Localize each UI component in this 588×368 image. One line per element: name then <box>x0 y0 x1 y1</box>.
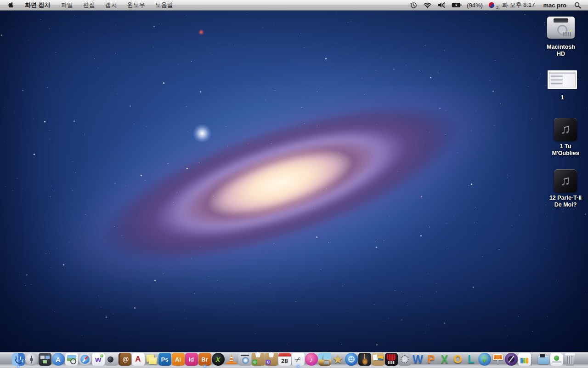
adobe-reader-dock-icon[interactable]: A <box>131 347 145 366</box>
facetime-dock-icon[interactable] <box>105 347 118 366</box>
time-machine-icon[interactable] <box>409 2 418 9</box>
desktop-icon-song-1[interactable]: ♫ 1 Tu M'Oublies <box>550 118 581 157</box>
menu-item-help[interactable]: 도움말 <box>150 0 178 10</box>
itunes-icon: ♪ <box>305 353 318 366</box>
keynote-dock-icon[interactable] <box>491 347 504 366</box>
address-book-dock-icon[interactable]: @ <box>118 347 131 366</box>
menu-bar-username[interactable]: mac pro <box>540 2 569 9</box>
volume-icon[interactable] <box>436 2 447 8</box>
adobe-reader-glyph: A <box>135 355 141 364</box>
numbers-dock-icon[interactable] <box>518 347 531 366</box>
vlc-dock-icon[interactable] <box>225 347 238 366</box>
xee-dock-icon[interactable]: X <box>211 347 225 366</box>
word-web-glyph: w <box>95 355 101 364</box>
apple-menu[interactable] <box>5 1 19 9</box>
finder-dock-icon[interactable] <box>11 347 25 366</box>
downloader-glyph: ▼ <box>481 357 487 364</box>
wifi-icon[interactable] <box>422 2 433 8</box>
safari-icon <box>79 353 91 366</box>
desktop-icon-song-12[interactable]: ♫ 12 Parle-T-Il De Moi? <box>546 169 585 208</box>
unarchiver-green-dock-icon[interactable]: C <box>251 347 265 366</box>
finder-icon <box>12 353 25 366</box>
bridge-dock-icon[interactable]: Br <box>198 347 211 366</box>
movie-player-dock-icon[interactable] <box>345 347 358 366</box>
bridge-icon: Br <box>198 353 211 366</box>
address-book-glyph: @ <box>123 356 129 363</box>
photoshop-dock-icon[interactable]: Ps <box>158 347 171 366</box>
powerpoint-dock-icon[interactable]: P <box>424 347 438 366</box>
illustrator-dock-icon[interactable]: Ai <box>171 347 185 366</box>
photo-board-dock-icon[interactable] <box>371 347 384 366</box>
lync-icon: L <box>465 353 478 366</box>
menu-item-window[interactable]: 윈도우 <box>122 0 150 10</box>
vignette-overlay <box>0 0 588 368</box>
unarchiver-purple-icon: C <box>265 353 278 366</box>
stickies-dock-icon[interactable] <box>145 347 158 366</box>
outlook-glyph: O <box>453 353 462 365</box>
pages-dock-icon[interactable] <box>504 347 518 366</box>
desktop-icon-screenshot-1[interactable]: 1 <box>548 70 577 101</box>
adobe-reader-icon: A <box>132 353 145 366</box>
lync-dock-icon[interactable]: L <box>464 347 478 366</box>
movie-player-icon <box>345 353 358 366</box>
desktop-wallpaper <box>0 0 588 368</box>
battery-icon[interactable] <box>450 2 463 8</box>
menu-item-capture[interactable]: 캡처 <box>100 0 122 10</box>
iphoto-icon <box>318 353 331 366</box>
running-indicator <box>17 365 19 368</box>
safari-dock-icon[interactable] <box>78 347 91 366</box>
itunes-dock-icon[interactable]: ♪ <box>305 347 318 366</box>
numbers-icon <box>518 353 531 366</box>
preview-dock-icon[interactable] <box>65 347 78 366</box>
xee-icon: X <box>212 353 225 366</box>
toast-dock-icon[interactable] <box>238 347 251 366</box>
menu-bar: 화면 캡처 파일 편집 캡처 윈도우 도움말 <box>0 0 588 11</box>
menu-item-file[interactable]: 파일 <box>56 0 78 10</box>
stickies-icon <box>145 353 158 366</box>
preview-icon <box>65 353 78 366</box>
facetime-icon <box>105 353 118 366</box>
itunes-glyph: ♪ <box>310 356 313 363</box>
gear-emblem-dock-icon[interactable] <box>398 347 411 366</box>
audio-file-icon: ♫ <box>554 118 577 141</box>
menu-app-name[interactable]: 화면 캡처 <box>19 0 56 10</box>
garageband-icon <box>358 353 371 366</box>
outlook-icon: O <box>452 353 464 366</box>
trash-icon <box>564 353 577 366</box>
indesign-icon: Id <box>185 353 198 366</box>
trash-dock-icon[interactable] <box>563 347 577 366</box>
imovie-dock-icon[interactable]: ★ <box>331 347 345 366</box>
gear-emblem-icon <box>398 353 411 366</box>
mission-control-dock-icon[interactable] <box>38 347 51 366</box>
documents-stack-dock-icon[interactable] <box>537 347 550 366</box>
korean-flag-icon[interactable]: 2 <box>486 1 497 9</box>
ical-dock-icon[interactable]: 28 <box>278 347 291 366</box>
spotlight-icon[interactable] <box>573 2 582 9</box>
launchpad-dock-icon[interactable] <box>25 347 38 366</box>
docked-file-dock-icon[interactable] <box>550 347 563 366</box>
xee-glyph: X <box>215 356 220 363</box>
menu-item-edit[interactable]: 편집 <box>78 0 100 10</box>
app-store-dock-icon[interactable]: A <box>51 347 65 366</box>
running-indicator <box>204 365 206 368</box>
theater-dock-icon[interactable] <box>384 347 398 366</box>
mission-control-icon <box>39 353 51 366</box>
grab-dock-icon[interactable]: ✂ <box>291 347 305 366</box>
downloader-dock-icon[interactable]: ▼ <box>478 347 491 366</box>
iphoto-dock-icon[interactable] <box>318 347 331 366</box>
indesign-dock-icon[interactable]: Id <box>185 347 198 366</box>
app-store-glyph: A <box>56 356 61 363</box>
grab-glyph: ✂ <box>293 354 303 364</box>
word-web-dock-icon[interactable]: w <box>91 347 105 366</box>
word-dock-icon[interactable]: W <box>411 347 424 366</box>
garageband-dock-icon[interactable] <box>358 347 371 366</box>
excel-dock-icon[interactable]: X <box>438 347 451 366</box>
desktop-icon-macintosh-hd[interactable]: Macintosh HD <box>545 14 577 58</box>
apple-logo-icon <box>8 1 15 9</box>
menu-bar-clock[interactable]: 화 오후 8:17 <box>500 1 537 9</box>
outlook-dock-icon[interactable]: O <box>451 347 464 366</box>
unarchiver-purple-dock-icon[interactable]: C <box>265 347 278 366</box>
documents-stack-icon <box>537 353 550 366</box>
pages-icon <box>505 353 518 366</box>
keynote-icon <box>492 353 504 366</box>
